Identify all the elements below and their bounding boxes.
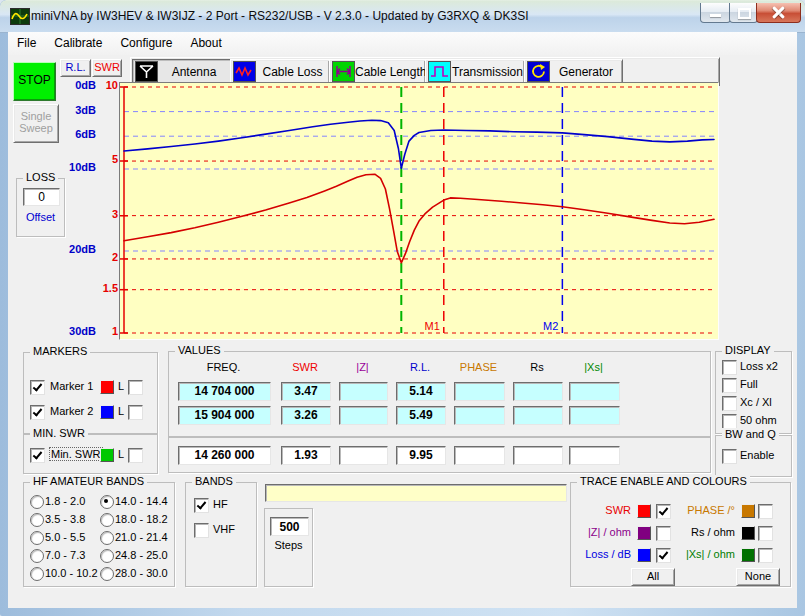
trace-rs-ohm-label: Rs / ohm bbox=[677, 526, 735, 538]
marker-2-value-cell: 3.26 bbox=[281, 406, 331, 425]
loss-group-title: LOSS bbox=[23, 171, 58, 183]
trace-rs-ohm-checkbox[interactable] bbox=[758, 526, 773, 541]
transmission-icon bbox=[428, 61, 451, 82]
band-18-0-18-2-radio[interactable] bbox=[100, 513, 114, 527]
marker-1-checkbox[interactable] bbox=[30, 380, 45, 395]
band-3-5-3-8-radio[interactable] bbox=[30, 513, 44, 527]
tab-return-loss[interactable]: R.L. bbox=[60, 59, 91, 77]
loss-offset-input[interactable] bbox=[23, 188, 60, 206]
marker-2-value-cell bbox=[454, 406, 505, 425]
bands-group: BANDS HFVHF bbox=[185, 482, 257, 587]
mode-button-generator[interactable]: Generator bbox=[524, 59, 623, 84]
bwq-enable-checkbox[interactable] bbox=[722, 449, 737, 464]
minivna-window: miniVNA by IW3HEV & IW3IJZ - 2 Port - RS… bbox=[0, 0, 805, 616]
mode-button-antenna[interactable]: Antenna bbox=[132, 59, 231, 84]
marker-2-l-checkbox[interactable] bbox=[128, 405, 143, 420]
trace-z-ohm-colour-swatch[interactable] bbox=[637, 526, 651, 540]
band-24-8-25-0-radio[interactable] bbox=[100, 549, 114, 563]
band-24-8-25-0-label: 24.8 - 25.0 bbox=[115, 549, 168, 561]
marker-2-value-cell bbox=[569, 406, 620, 425]
trace-loss-db-checkbox[interactable] bbox=[656, 548, 671, 563]
steps-input[interactable] bbox=[270, 517, 309, 536]
loss-offset-label: Offset bbox=[17, 211, 64, 223]
mode-button-transmission[interactable]: Transmission bbox=[425, 59, 525, 84]
bwq-enable-label: Enable bbox=[740, 449, 774, 461]
marker-1-value-cell: 14 704 000 bbox=[178, 382, 271, 401]
band-10-0-10-2-radio[interactable] bbox=[30, 567, 44, 581]
antenna-icon bbox=[135, 61, 158, 82]
trace-xs-ohm-checkbox[interactable] bbox=[758, 548, 773, 563]
display-50-ohm-checkbox[interactable] bbox=[722, 414, 737, 429]
trace-phase-checkbox[interactable] bbox=[758, 504, 773, 519]
values-header-freq: FREQ. bbox=[178, 361, 269, 373]
swr-axis-tick: 5 bbox=[93, 153, 118, 167]
trace-rs-ohm-colour-swatch[interactable] bbox=[741, 526, 755, 540]
band-1-8-2-0-radio[interactable] bbox=[30, 495, 44, 509]
title-bar[interactable]: miniVNA by IW3HEV & IW3IJZ - 2 Port - RS… bbox=[0, 0, 805, 33]
display-xc-xl-label: Xc / Xl bbox=[740, 396, 772, 408]
marker-1-value-cell bbox=[569, 382, 620, 401]
marker-2-value-cell: 15 904 000 bbox=[178, 406, 271, 425]
marker-1-l-checkbox[interactable] bbox=[128, 380, 143, 395]
values-header-swr: SWR bbox=[281, 361, 329, 373]
marker-2-colour-swatch[interactable] bbox=[100, 405, 114, 419]
values-group-title: VALUES bbox=[175, 344, 224, 356]
band-14-0-14-4-radio[interactable] bbox=[100, 495, 114, 509]
trace-swr-colour-swatch[interactable] bbox=[637, 504, 651, 518]
display-loss-x2-checkbox[interactable] bbox=[722, 360, 737, 375]
menu-configure[interactable]: Configure bbox=[111, 32, 181, 50]
band-21-0-21-4-radio[interactable] bbox=[100, 531, 114, 545]
trace-swr-checkbox[interactable] bbox=[656, 504, 671, 519]
marker-2-value-cell bbox=[339, 406, 388, 425]
minimize-button[interactable] bbox=[700, 3, 731, 23]
marker-2-label: Marker 2 bbox=[50, 405, 93, 417]
band-7-0-7-3-radio[interactable] bbox=[30, 549, 44, 563]
band-5-0-5-5-radio[interactable] bbox=[30, 531, 44, 545]
marker-1-label: Marker 1 bbox=[50, 380, 93, 392]
loss-axis-tick: 6dB bbox=[56, 128, 96, 142]
cable-length-icon bbox=[332, 61, 355, 82]
menu-about[interactable]: About bbox=[181, 32, 230, 50]
trace-phase-label: PHASE /° bbox=[677, 504, 735, 516]
maximize-button[interactable] bbox=[729, 3, 758, 23]
marker-1-colour-swatch[interactable] bbox=[100, 380, 114, 394]
trace-phase-colour-swatch[interactable] bbox=[741, 504, 755, 518]
menu-file[interactable]: File bbox=[8, 32, 45, 50]
min-swr-checkbox[interactable] bbox=[30, 448, 45, 463]
trace-loss-db-label: Loss / dB bbox=[573, 548, 631, 560]
menu-calibrate[interactable]: Calibrate bbox=[45, 32, 111, 50]
bw-q-group: BW and Q Enable bbox=[715, 435, 792, 477]
bands-hf-checkbox[interactable] bbox=[194, 498, 209, 513]
mode-button-cable-loss[interactable]: Cable Loss bbox=[230, 59, 330, 84]
trace-z-ohm-label: |Z| / ohm bbox=[573, 526, 631, 538]
marker-2-label: M2 bbox=[543, 320, 558, 332]
min-swr-value-cell bbox=[454, 446, 505, 465]
band-3-5-3-8-label: 3.5 - 3.8 bbox=[45, 513, 85, 525]
bands-vhf-checkbox[interactable] bbox=[194, 523, 209, 538]
marker-2-checkbox[interactable] bbox=[30, 405, 45, 420]
tab-swr[interactable]: SWR bbox=[92, 59, 122, 77]
values-group: VALUES FREQ.SWR|Z|R.L.PHASERs|Xs|14 704 … bbox=[168, 351, 711, 437]
min-swr-colour-swatch[interactable] bbox=[100, 448, 114, 462]
trace-z-ohm-checkbox[interactable] bbox=[656, 526, 671, 541]
marker-2-value-cell bbox=[513, 406, 563, 425]
mode-button-label: Transmission bbox=[451, 65, 524, 79]
trace-all-button[interactable]: All bbox=[631, 568, 675, 586]
close-button[interactable] bbox=[756, 3, 801, 23]
trace-none-button[interactable]: None bbox=[736, 568, 780, 586]
menu-bar: FileCalibrateConfigureAbout bbox=[8, 32, 797, 56]
generator-icon bbox=[527, 61, 550, 82]
min-swr-l-checkbox[interactable] bbox=[128, 448, 143, 463]
stop-button[interactable]: STOP bbox=[13, 62, 56, 101]
trace-xs-ohm-colour-swatch[interactable] bbox=[741, 548, 755, 562]
band-28-0-30-0-radio[interactable] bbox=[100, 567, 114, 581]
sweep-chart[interactable]: M1M2 bbox=[119, 82, 719, 340]
single-sweep-button[interactable]: Single Sweep bbox=[13, 104, 59, 143]
trace-loss-db-colour-swatch[interactable] bbox=[637, 548, 651, 562]
swr-axis-tick: 2 bbox=[93, 251, 118, 265]
display-full-checkbox[interactable] bbox=[722, 378, 737, 393]
display-xc-xl-checkbox[interactable] bbox=[722, 396, 737, 411]
markers-group: MARKERS Marker 1LMarker 2L bbox=[23, 352, 158, 434]
marker-1-value-cell: 3.47 bbox=[281, 382, 331, 401]
mode-button-cable-length[interactable]: Cable Length bbox=[329, 59, 426, 84]
